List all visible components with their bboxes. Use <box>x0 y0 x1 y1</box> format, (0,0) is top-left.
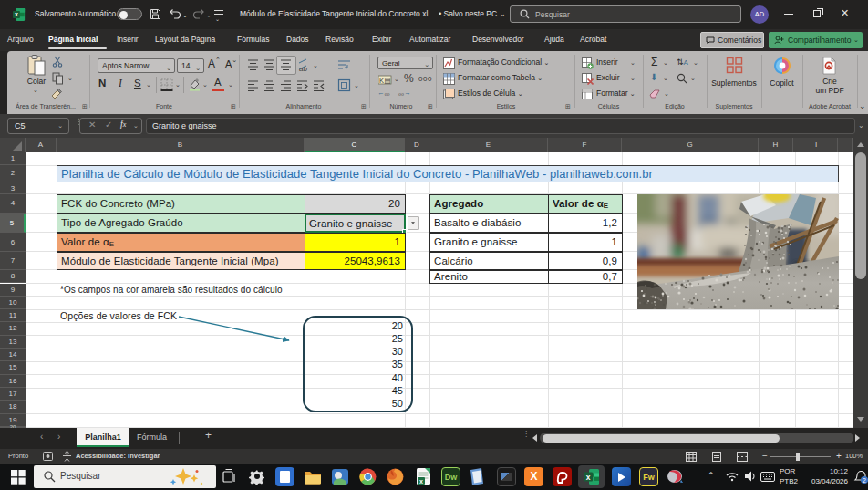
svg-text:x: x <box>586 473 591 482</box>
svg-text:2: 2 <box>863 477 866 484</box>
svg-text:ab: ab <box>299 65 307 73</box>
svg-text:x: x <box>419 478 423 485</box>
svg-text:K: K <box>379 77 384 85</box>
svg-text:x: x <box>15 11 18 17</box>
svg-text:▤: ▤ <box>385 77 391 85</box>
